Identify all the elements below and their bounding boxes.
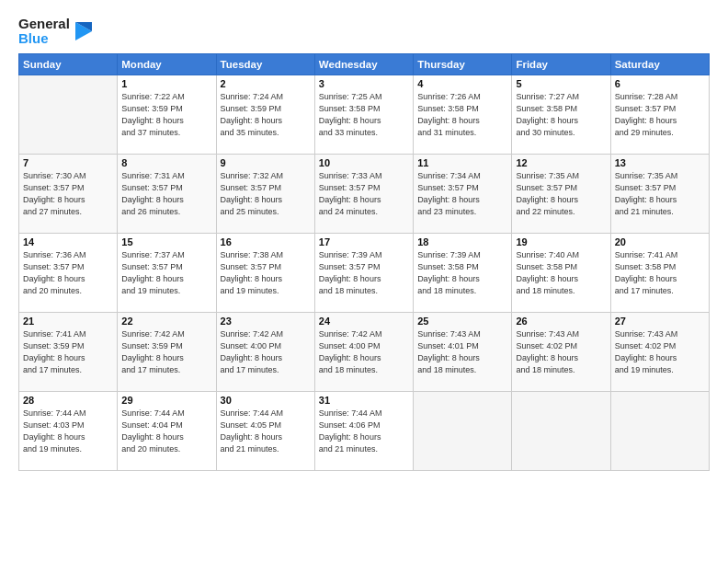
weekday-header-thursday: Thursday <box>414 53 512 75</box>
day-number: 7 <box>23 157 113 168</box>
day-info: Sunrise: 7:31 AMSunset: 3:57 PMDaylight:… <box>121 170 211 218</box>
day-cell: 18Sunrise: 7:39 AMSunset: 3:58 PMDayligh… <box>414 233 512 312</box>
day-number: 19 <box>516 236 606 247</box>
day-number: 26 <box>516 316 606 327</box>
day-cell: 23Sunrise: 7:42 AMSunset: 4:00 PMDayligh… <box>216 312 314 391</box>
day-number: 18 <box>417 236 507 247</box>
day-info: Sunrise: 7:35 AMSunset: 3:57 PMDaylight:… <box>516 170 606 218</box>
week-row-3: 14Sunrise: 7:36 AMSunset: 3:57 PMDayligh… <box>19 233 710 312</box>
day-cell: 12Sunrise: 7:35 AMSunset: 3:57 PMDayligh… <box>512 154 610 233</box>
day-cell: 3Sunrise: 7:25 AMSunset: 3:58 PMDaylight… <box>314 75 413 154</box>
day-cell: 22Sunrise: 7:42 AMSunset: 3:59 PMDayligh… <box>118 312 216 391</box>
weekday-header-wednesday: Wednesday <box>314 53 413 75</box>
day-info: Sunrise: 7:44 AMSunset: 4:04 PMDaylight:… <box>121 408 211 455</box>
weekday-header-sunday: Sunday <box>19 53 118 75</box>
day-number: 6 <box>615 78 705 89</box>
day-cell: 2Sunrise: 7:24 AMSunset: 3:59 PMDaylight… <box>216 75 314 154</box>
logo: General Blue <box>18 17 92 46</box>
day-info: Sunrise: 7:22 AMSunset: 3:59 PMDaylight:… <box>121 91 211 139</box>
day-cell: 19Sunrise: 7:40 AMSunset: 3:58 PMDayligh… <box>512 233 610 312</box>
day-number: 22 <box>121 316 211 327</box>
week-row-1: 1Sunrise: 7:22 AMSunset: 3:59 PMDaylight… <box>19 75 710 154</box>
day-info: Sunrise: 7:39 AMSunset: 3:58 PMDaylight:… <box>417 249 507 297</box>
day-info: Sunrise: 7:42 AMSunset: 4:00 PMDaylight:… <box>319 328 409 376</box>
day-info: Sunrise: 7:30 AMSunset: 3:57 PMDaylight:… <box>23 170 113 218</box>
day-cell: 8Sunrise: 7:31 AMSunset: 3:57 PMDaylight… <box>118 154 216 233</box>
day-cell: 6Sunrise: 7:28 AMSunset: 3:57 PMDaylight… <box>610 75 709 154</box>
day-cell <box>512 391 610 470</box>
calendar-page: General Blue SundayMondayTuesdayWednesda… <box>0 0 728 563</box>
day-number: 8 <box>121 157 211 168</box>
day-cell <box>19 75 118 154</box>
day-cell: 24Sunrise: 7:42 AMSunset: 4:00 PMDayligh… <box>314 312 413 391</box>
day-number: 5 <box>516 78 606 89</box>
day-info: Sunrise: 7:43 AMSunset: 4:02 PMDaylight:… <box>615 328 705 376</box>
day-number: 2 <box>221 78 311 89</box>
day-info: Sunrise: 7:25 AMSunset: 3:58 PMDaylight:… <box>319 91 409 139</box>
day-cell: 27Sunrise: 7:43 AMSunset: 4:02 PMDayligh… <box>610 312 709 391</box>
day-cell: 31Sunrise: 7:44 AMSunset: 4:06 PMDayligh… <box>314 391 413 470</box>
day-cell: 16Sunrise: 7:38 AMSunset: 3:57 PMDayligh… <box>216 233 314 312</box>
weekday-header-monday: Monday <box>118 53 216 75</box>
day-cell: 30Sunrise: 7:44 AMSunset: 4:05 PMDayligh… <box>216 391 314 470</box>
day-cell: 7Sunrise: 7:30 AMSunset: 3:57 PMDaylight… <box>19 154 118 233</box>
day-number: 30 <box>221 395 311 406</box>
day-number: 16 <box>221 236 311 247</box>
calendar-body: 1Sunrise: 7:22 AMSunset: 3:59 PMDaylight… <box>19 75 710 470</box>
day-number: 12 <box>516 157 606 168</box>
day-info: Sunrise: 7:37 AMSunset: 3:57 PMDaylight:… <box>121 249 211 297</box>
day-info: Sunrise: 7:44 AMSunset: 4:06 PMDaylight:… <box>319 408 409 455</box>
day-cell: 20Sunrise: 7:41 AMSunset: 3:58 PMDayligh… <box>610 233 709 312</box>
day-number: 15 <box>121 236 211 247</box>
weekday-header-row: SundayMondayTuesdayWednesdayThursdayFrid… <box>19 53 710 75</box>
day-info: Sunrise: 7:44 AMSunset: 4:03 PMDaylight:… <box>23 408 113 455</box>
day-info: Sunrise: 7:32 AMSunset: 3:57 PMDaylight:… <box>221 170 311 218</box>
weekday-header-friday: Friday <box>512 53 610 75</box>
day-number: 11 <box>417 157 507 168</box>
day-number: 3 <box>319 78 409 89</box>
day-number: 27 <box>615 316 705 327</box>
day-number: 4 <box>417 78 507 89</box>
day-info: Sunrise: 7:33 AMSunset: 3:57 PMDaylight:… <box>319 170 409 218</box>
week-row-2: 7Sunrise: 7:30 AMSunset: 3:57 PMDaylight… <box>19 154 710 233</box>
day-number: 29 <box>121 395 211 406</box>
day-cell <box>610 391 709 470</box>
day-cell: 25Sunrise: 7:43 AMSunset: 4:01 PMDayligh… <box>414 312 512 391</box>
day-cell: 17Sunrise: 7:39 AMSunset: 3:57 PMDayligh… <box>314 233 413 312</box>
day-number: 21 <box>23 316 113 327</box>
day-cell: 28Sunrise: 7:44 AMSunset: 4:03 PMDayligh… <box>19 391 118 470</box>
day-cell: 15Sunrise: 7:37 AMSunset: 3:57 PMDayligh… <box>118 233 216 312</box>
day-cell: 29Sunrise: 7:44 AMSunset: 4:04 PMDayligh… <box>118 391 216 470</box>
day-cell: 13Sunrise: 7:35 AMSunset: 3:57 PMDayligh… <box>610 154 709 233</box>
day-number: 14 <box>23 236 113 247</box>
day-number: 9 <box>221 157 311 168</box>
day-info: Sunrise: 7:36 AMSunset: 3:57 PMDaylight:… <box>23 249 113 297</box>
day-info: Sunrise: 7:38 AMSunset: 3:57 PMDaylight:… <box>221 249 311 297</box>
header: General Blue <box>18 17 710 46</box>
day-info: Sunrise: 7:42 AMSunset: 4:00 PMDaylight:… <box>221 328 311 376</box>
calendar-table: SundayMondayTuesdayWednesdayThursdayFrid… <box>18 53 710 471</box>
week-row-5: 28Sunrise: 7:44 AMSunset: 4:03 PMDayligh… <box>19 391 710 470</box>
day-info: Sunrise: 7:41 AMSunset: 3:58 PMDaylight:… <box>615 249 705 297</box>
day-cell: 1Sunrise: 7:22 AMSunset: 3:59 PMDaylight… <box>118 75 216 154</box>
day-info: Sunrise: 7:42 AMSunset: 3:59 PMDaylight:… <box>121 328 211 376</box>
day-number: 24 <box>319 316 409 327</box>
day-info: Sunrise: 7:34 AMSunset: 3:57 PMDaylight:… <box>417 170 507 218</box>
day-cell <box>414 391 512 470</box>
day-info: Sunrise: 7:35 AMSunset: 3:57 PMDaylight:… <box>615 170 705 218</box>
weekday-header-saturday: Saturday <box>610 53 709 75</box>
day-cell: 4Sunrise: 7:26 AMSunset: 3:58 PMDaylight… <box>414 75 512 154</box>
day-cell: 9Sunrise: 7:32 AMSunset: 3:57 PMDaylight… <box>216 154 314 233</box>
day-info: Sunrise: 7:39 AMSunset: 3:57 PMDaylight:… <box>319 249 409 297</box>
day-number: 10 <box>319 157 409 168</box>
day-info: Sunrise: 7:28 AMSunset: 3:57 PMDaylight:… <box>615 91 705 139</box>
weekday-header-tuesday: Tuesday <box>216 53 314 75</box>
day-number: 1 <box>121 78 211 89</box>
day-info: Sunrise: 7:40 AMSunset: 3:58 PMDaylight:… <box>516 249 606 297</box>
day-cell: 14Sunrise: 7:36 AMSunset: 3:57 PMDayligh… <box>19 233 118 312</box>
week-row-4: 21Sunrise: 7:41 AMSunset: 3:59 PMDayligh… <box>19 312 710 391</box>
day-info: Sunrise: 7:43 AMSunset: 4:02 PMDaylight:… <box>516 328 606 376</box>
day-cell: 26Sunrise: 7:43 AMSunset: 4:02 PMDayligh… <box>512 312 610 391</box>
day-number: 23 <box>221 316 311 327</box>
day-info: Sunrise: 7:26 AMSunset: 3:58 PMDaylight:… <box>417 91 507 139</box>
